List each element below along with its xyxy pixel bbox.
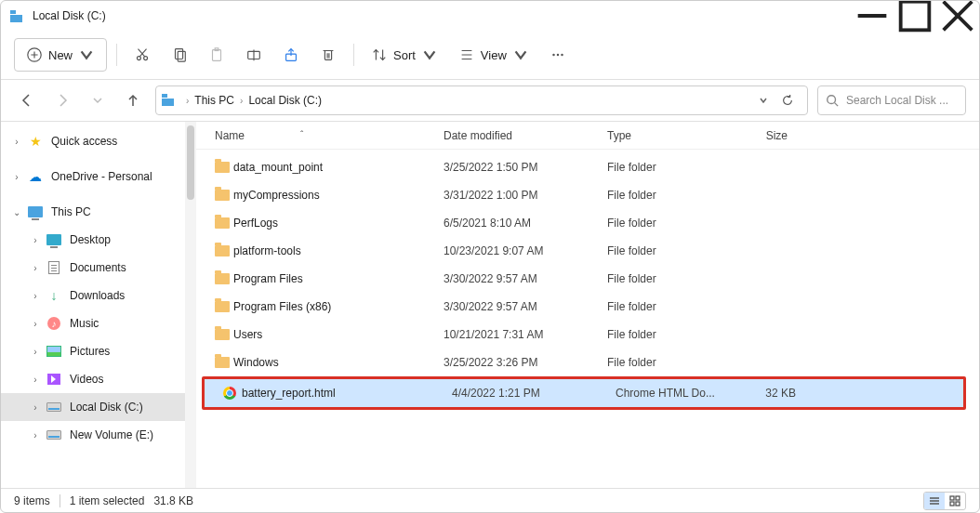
file-row[interactable]: PerfLogs6/5/2021 8:10 AMFile folder [196,209,979,237]
file-date: 3/30/2022 9:57 AM [444,300,607,313]
breadcrumb-item[interactable]: Local Disk (C:) [248,94,322,107]
column-date[interactable]: Date modified [444,129,607,142]
search-icon [826,94,839,107]
file-row[interactable]: Windows3/25/2022 3:26 PMFile folder [196,349,979,376]
file-row[interactable]: battery_report.html4/4/2022 1:21 PMChrom… [205,379,963,407]
sort-button[interactable]: Sort [364,38,445,72]
tree-item-this-pc[interactable]: ⌄This PC [1,198,185,226]
new-button[interactable]: New [14,38,107,72]
file-list-pane: Nameˆ Date modified Type Size data_mount… [196,122,979,488]
file-type: File folder [607,328,722,341]
chevron-right-icon[interactable]: › [29,375,42,385]
svg-point-8 [144,57,148,60]
tree-item-videos[interactable]: ›Videos [1,365,185,393]
file-name: battery_report.html [242,387,452,400]
tree-item-local-disk[interactable]: ›Local Disk (C:) [1,393,185,421]
cut-button[interactable] [126,38,158,72]
folder-icon [215,245,230,256]
share-button[interactable] [275,38,307,72]
status-selection-count: 1 item selected [70,494,145,507]
star-icon: ★ [30,134,42,149]
svg-rect-18 [324,51,331,60]
image-icon [46,346,61,357]
column-name[interactable]: Nameˆ [215,129,444,142]
chevron-right-icon[interactable]: › [29,402,42,413]
folder-icon [215,357,230,368]
paste-button[interactable] [201,38,232,72]
plus-circle-icon [26,46,43,63]
file-type: File folder [607,300,722,313]
thumbnails-view-button[interactable] [945,493,965,509]
tree-item-desktop[interactable]: ›Desktop [1,226,185,254]
view-button[interactable]: View [451,38,536,72]
file-type: File folder [607,356,722,369]
details-view-button[interactable] [924,493,945,509]
chevron-right-icon[interactable]: › [29,235,42,245]
minimize-button[interactable] [851,1,894,31]
column-size[interactable]: Size [722,129,788,142]
file-row[interactable]: Program Files3/30/2022 9:57 AMFile folde… [196,265,979,293]
chevron-right-icon[interactable]: › [29,319,42,329]
tree-item-onedrive[interactable]: ›☁OneDrive - Personal [1,163,185,191]
svg-rect-34 [950,502,954,506]
chevron-down-icon [421,46,438,63]
file-type: File folder [607,217,722,230]
recent-locations-button[interactable] [85,87,111,113]
copy-button[interactable] [164,38,195,72]
chevron-right-icon[interactable]: › [10,172,23,182]
view-mode-toggle [923,492,966,510]
download-icon: ↓ [51,288,58,303]
annotation-highlight: battery_report.html4/4/2022 1:21 PMChrom… [202,376,966,410]
file-date: 3/25/2022 1:50 PM [444,161,607,174]
close-button[interactable] [936,1,979,31]
more-button[interactable] [542,38,574,72]
file-name: Users [233,328,444,341]
tree-item-new-volume[interactable]: ›New Volume (E:) [1,421,185,449]
view-icon [458,46,475,63]
file-row[interactable]: platform-tools10/23/2021 9:07 AMFile fol… [196,237,979,265]
folder-icon [215,190,230,201]
file-date: 10/23/2021 9:07 AM [444,244,607,257]
maximize-button[interactable] [894,1,936,31]
delete-button[interactable] [312,38,344,72]
search-input[interactable]: Search Local Disk ... [817,86,966,115]
chevron-down-icon[interactable]: ⌄ [10,207,23,217]
chevron-down-icon[interactable] [759,96,768,105]
file-row[interactable]: Program Files (x86)3/30/2022 9:57 AMFile… [196,293,979,321]
chevron-right-icon[interactable]: › [10,137,23,147]
file-row[interactable]: Users10/21/2021 7:31 AMFile folder [196,321,979,349]
breadcrumb-item[interactable]: This PC [194,94,234,107]
chevron-right-icon[interactable]: › [29,263,42,273]
chevron-right-icon[interactable]: › [29,430,42,441]
forward-button[interactable] [49,87,75,113]
scrollbar-thumb[interactable] [187,125,194,200]
file-size: 32 KB [731,387,796,400]
file-type: File folder [607,189,722,202]
chevron-right-icon[interactable]: › [29,291,42,301]
tree-item-documents[interactable]: ›Documents [1,254,185,282]
breadcrumb[interactable]: › This PC › Local Disk (C:) [155,86,808,115]
file-row[interactable]: data_mount_point3/25/2022 1:50 PMFile fo… [196,153,979,181]
column-type[interactable]: Type [607,129,722,142]
svg-point-27 [828,96,836,104]
tree-item-quick-access[interactable]: ›★Quick access [1,127,185,155]
folder-icon [215,301,230,312]
folder-icon [215,217,230,229]
sort-ascending-icon: ˆ [300,130,303,140]
tree-item-music[interactable]: ›♪Music [1,309,185,337]
sidebar-scrollbar[interactable] [185,122,196,488]
drive-icon [46,402,61,412]
tree-item-downloads[interactable]: ›↓Downloads [1,282,185,309]
rename-icon [245,46,262,63]
file-row[interactable]: myCompressions3/31/2022 1:00 PMFile fold… [196,181,979,209]
svg-point-24 [552,54,555,57]
svg-point-7 [137,57,140,60]
refresh-icon[interactable] [781,94,794,107]
rename-button[interactable] [238,38,270,72]
up-button[interactable] [120,87,146,113]
tree-item-pictures[interactable]: ›Pictures [1,337,185,365]
back-button[interactable] [14,87,40,113]
status-selection-size: 31.8 KB [153,494,193,507]
chevron-right-icon[interactable]: › [29,347,42,357]
document-icon [48,261,60,274]
